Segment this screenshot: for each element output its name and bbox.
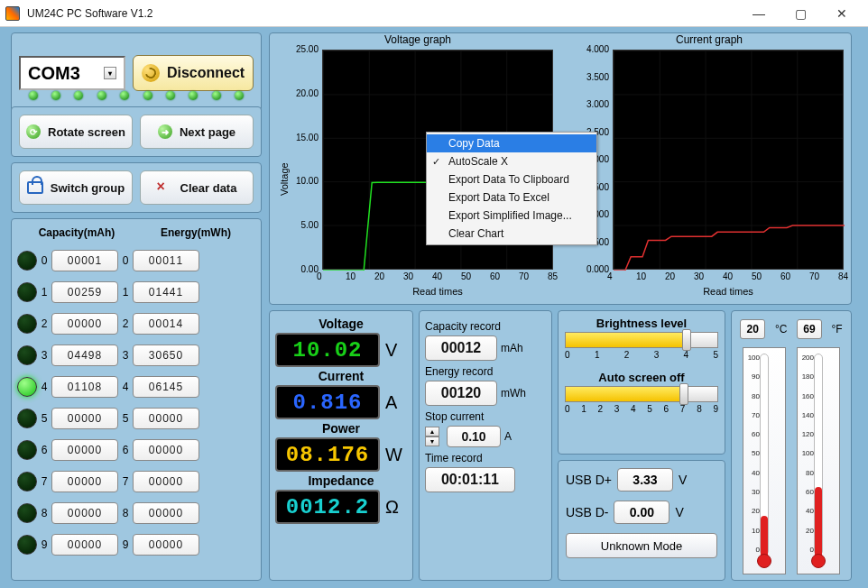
impedance-label: Impedance bbox=[275, 473, 407, 488]
current-chart-plot[interactable] bbox=[613, 50, 844, 270]
context-menu-item[interactable]: Export Data To Clipboard bbox=[427, 170, 596, 188]
disconnect-button[interactable]: Disconnect bbox=[133, 55, 254, 91]
data-groups-panel: Capacity(mAh) Energy(mWh) 0 00001 0 0001… bbox=[11, 218, 262, 581]
group-capacity-value[interactable]: 01108 bbox=[51, 376, 118, 398]
slider-tick: 3 bbox=[654, 350, 660, 360]
group-indicator-icon bbox=[17, 251, 37, 271]
group-row: 5 00000 5 00000 bbox=[17, 402, 255, 434]
measurements-panel: Voltage 10.02V Current 0.816A Power 08.1… bbox=[269, 310, 413, 581]
group-energy-value[interactable]: 00000 bbox=[133, 408, 199, 429]
slider-tick: 0 bbox=[565, 350, 570, 360]
group-capacity-value[interactable]: 00000 bbox=[51, 408, 118, 429]
nav-panel: ⟳ Rotate screen ➜ Next page bbox=[11, 106, 262, 157]
usb-mode-button[interactable]: Unknown Mode bbox=[566, 533, 717, 558]
capacity-record-value: 00012 bbox=[425, 335, 497, 361]
group-capacity-value[interactable]: 00000 bbox=[51, 502, 118, 524]
chart-tick: 0.00 bbox=[290, 264, 319, 274]
clear-data-button[interactable]: × Clear data bbox=[140, 170, 254, 205]
thermo-tick: 60 bbox=[799, 488, 814, 496]
next-page-button[interactable]: ➜ Next page bbox=[140, 115, 254, 149]
slider-tick: 4 bbox=[631, 404, 636, 414]
group-capacity-value[interactable]: 00000 bbox=[51, 471, 118, 492]
group-row: 6 00000 6 00000 bbox=[17, 434, 255, 465]
context-menu-item[interactable]: Clear Chart bbox=[427, 225, 596, 243]
spin-up-icon: ▲ bbox=[425, 427, 439, 436]
chart-tick: 20 bbox=[665, 271, 675, 281]
status-led bbox=[97, 91, 106, 100]
group-indicator-icon bbox=[17, 535, 37, 555]
group-energy-value[interactable]: 00011 bbox=[133, 250, 199, 271]
group-capacity-value[interactable]: 00259 bbox=[51, 281, 118, 303]
slider-tick: 3 bbox=[614, 404, 620, 414]
context-menu-item[interactable]: Export Data To Excel bbox=[427, 188, 596, 207]
chart-tick: 85 bbox=[548, 271, 558, 281]
group-capacity-value[interactable]: 00000 bbox=[51, 439, 118, 461]
thermo-tick: 50 bbox=[745, 449, 760, 457]
group-row: 9 00000 9 00000 bbox=[17, 528, 255, 560]
status-led bbox=[166, 91, 175, 100]
group-energy-value[interactable]: 00000 bbox=[133, 502, 199, 524]
group-energy-value[interactable]: 00000 bbox=[133, 534, 199, 556]
maximize-button[interactable]: ▢ bbox=[780, 0, 821, 27]
group-index: 4 bbox=[121, 381, 130, 393]
records-panel: Capacity record 00012mAh Energy record 0… bbox=[419, 310, 552, 581]
context-menu-item[interactable]: ✓ AutoScale X bbox=[427, 152, 596, 170]
context-menu-item[interactable]: Copy Data bbox=[427, 134, 596, 152]
context-menu-item[interactable]: Export Simplified Image... bbox=[427, 207, 596, 225]
group-index: 6 bbox=[121, 444, 130, 456]
stop-current-value[interactable]: 0.10 bbox=[447, 426, 501, 447]
com-port-select[interactable]: COM3 ▾ bbox=[19, 56, 125, 90]
group-energy-value[interactable]: 01441 bbox=[133, 281, 199, 303]
group-energy-value[interactable]: 06145 bbox=[133, 376, 199, 398]
stop-current-label: Stop current bbox=[425, 410, 546, 423]
group-energy-value[interactable]: 30650 bbox=[133, 345, 199, 366]
slider-thumb-icon[interactable] bbox=[679, 383, 688, 405]
auto-off-label: Auto screen off bbox=[598, 371, 684, 384]
rotate-screen-button[interactable]: ⟳ Rotate screen bbox=[19, 115, 133, 149]
thermo-tick: 0 bbox=[745, 546, 760, 554]
group-index: 8 bbox=[40, 507, 49, 519]
minimize-button[interactable]: — bbox=[738, 0, 780, 27]
current-lcd: 0.816 bbox=[275, 385, 380, 419]
thermo-tick: 200 bbox=[799, 354, 814, 362]
group-energy-value[interactable]: 00014 bbox=[133, 313, 199, 335]
chart-tick: 30 bbox=[403, 271, 413, 281]
slider-thumb-icon[interactable] bbox=[682, 329, 691, 351]
impedance-lcd: 0012.2 bbox=[275, 490, 380, 524]
usb-dminus-value: 0.00 bbox=[614, 501, 669, 524]
power-label: Power bbox=[275, 421, 407, 436]
status-led bbox=[189, 91, 198, 100]
group-energy-value[interactable]: 00000 bbox=[133, 471, 199, 492]
group-capacity-value[interactable]: 00001 bbox=[51, 250, 118, 271]
group-capacity-value[interactable]: 00000 bbox=[51, 313, 118, 335]
thermo-tick: 40 bbox=[799, 507, 814, 515]
group-indicator-icon bbox=[17, 409, 37, 428]
chart-tick: 70 bbox=[809, 271, 819, 281]
clear-icon: × bbox=[157, 179, 173, 196]
status-led bbox=[120, 91, 129, 100]
switch-group-button[interactable]: Switch group bbox=[19, 170, 133, 205]
thermo-tick: 10 bbox=[745, 527, 760, 535]
chart-tick: 10.00 bbox=[290, 176, 319, 186]
close-button[interactable]: ✕ bbox=[821, 0, 863, 27]
status-led-strip bbox=[11, 88, 262, 103]
auto-off-slider[interactable]: 0123456789 bbox=[565, 386, 718, 414]
stop-current-spinner[interactable]: ▲▼ bbox=[425, 427, 439, 446]
brightness-slider[interactable]: 012345 bbox=[565, 332, 718, 360]
thermo-tick: 20 bbox=[799, 527, 814, 535]
slider-tick: 0 bbox=[565, 404, 570, 414]
group-index: 8 bbox=[121, 507, 130, 519]
group-index: 4 bbox=[40, 381, 49, 393]
slider-tick: 9 bbox=[713, 404, 718, 414]
chart-tick: 60 bbox=[780, 271, 790, 281]
group-capacity-value[interactable]: 00000 bbox=[51, 534, 118, 556]
group-row: 8 00000 8 00000 bbox=[17, 497, 255, 528]
thermo-tick: 70 bbox=[745, 411, 760, 419]
group-index: 9 bbox=[121, 538, 130, 551]
group-energy-value[interactable]: 00000 bbox=[133, 439, 199, 461]
chart-tick: 0 bbox=[317, 271, 322, 281]
group-capacity-value[interactable]: 04498 bbox=[51, 345, 118, 366]
time-record-value: 00:01:11 bbox=[425, 467, 515, 492]
temperature-panel: 20 °C 69 °F 1009080706050403020100 20018… bbox=[731, 310, 852, 581]
brightness-panel: Brightness level 012345 Auto screen off … bbox=[558, 310, 725, 455]
